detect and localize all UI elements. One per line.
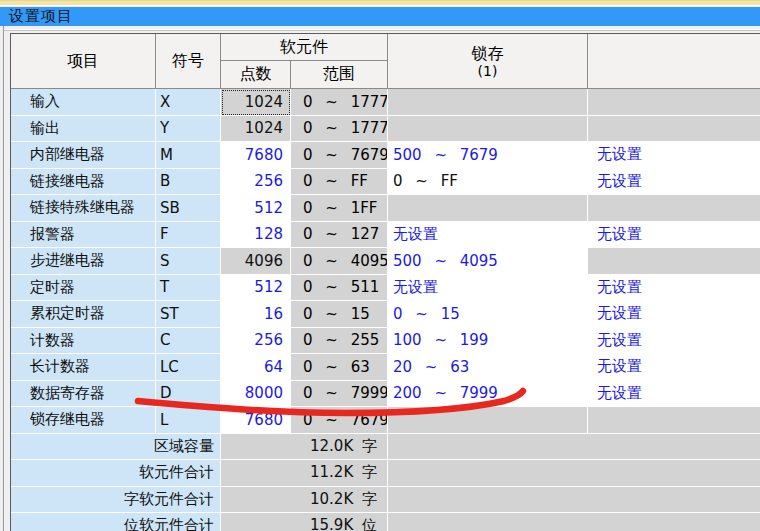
cell-points-T[interactable]: 512 bbox=[221, 275, 291, 302]
cell-extra-X bbox=[588, 89, 760, 116]
cell-symbol-C: C bbox=[156, 328, 221, 355]
summary-row: 软元件合计11.2K 字 bbox=[11, 460, 760, 487]
cell-extra-SB bbox=[588, 195, 760, 222]
cell-latch-B[interactable]: 0 ~ FF bbox=[388, 169, 588, 196]
cell-latch-M[interactable]: 500 ~ 7679 bbox=[388, 142, 588, 169]
settings-grid: 项目 符号 软元件 锁存 (1) 点数 范围 输入X10240 ~ 1777输出… bbox=[11, 34, 760, 531]
cell-latch-C[interactable]: 100 ~ 199 bbox=[388, 328, 588, 355]
cell-points-SB[interactable]: 512 bbox=[221, 195, 291, 222]
col-header-range: 范围 bbox=[291, 61, 388, 89]
cell-points-S: 4096 bbox=[221, 248, 291, 275]
table-row: 链接特殊继电器SB5120 ~ 1FF bbox=[11, 195, 760, 222]
cell-latch-L bbox=[388, 407, 588, 434]
cell-extra-M[interactable]: 无设置 bbox=[588, 142, 760, 169]
cell-latch-Y bbox=[388, 116, 588, 143]
cell-latch-T[interactable]: 无设置 bbox=[388, 275, 588, 302]
col-header-device-group: 软元件 bbox=[221, 34, 388, 61]
table-row: 长计数器LC640 ~ 6320 ~ 63无设置 bbox=[11, 354, 760, 381]
col-header-symbol: 符号 bbox=[156, 34, 221, 89]
summary-value-0: 12.0K 字 bbox=[221, 434, 388, 461]
cell-extra-F[interactable]: 无设置 bbox=[588, 222, 760, 249]
cell-range-T: 0 ~ 511 bbox=[291, 275, 388, 302]
cell-range-X: 0 ~ 1777 bbox=[291, 89, 388, 116]
cell-extra-B[interactable]: 无设置 bbox=[588, 169, 760, 196]
cell-latch-F[interactable]: 无设置 bbox=[388, 222, 588, 249]
cell-range-B: 0 ~ FF bbox=[291, 169, 388, 196]
cell-range-D: 0 ~ 7999 bbox=[291, 381, 388, 408]
table-row: 锁存继电器L76800 ~ 7679 bbox=[11, 407, 760, 434]
cell-points-M[interactable]: 7680 bbox=[221, 142, 291, 169]
col-header-item: 项目 bbox=[11, 34, 156, 89]
divider bbox=[2, 30, 760, 31]
cell-points-X: 1024 bbox=[221, 89, 291, 116]
cell-range-SB: 0 ~ 1FF bbox=[291, 195, 388, 222]
cell-points-D[interactable]: 8000 bbox=[221, 381, 291, 408]
cell-item-X: 输入 bbox=[11, 89, 156, 116]
cell-latch-SB bbox=[388, 195, 588, 222]
cell-extra-T[interactable]: 无设置 bbox=[588, 275, 760, 302]
cell-extra-L bbox=[588, 407, 760, 434]
summary-rest-1 bbox=[388, 460, 760, 487]
cell-symbol-F: F bbox=[156, 222, 221, 249]
cell-item-SB: 链接特殊继电器 bbox=[11, 195, 156, 222]
cell-latch-LC[interactable]: 20 ~ 63 bbox=[388, 354, 588, 381]
cell-item-F: 报警器 bbox=[11, 222, 156, 249]
summary-row: 字软元件合计10.2K 字 bbox=[11, 487, 760, 514]
summary-label-1: 软元件合计 bbox=[11, 460, 221, 487]
cell-points-Y: 1024 bbox=[221, 116, 291, 143]
cell-symbol-L: L bbox=[156, 407, 221, 434]
summary-value-3: 15.9K 位 bbox=[221, 513, 388, 531]
cell-points-L[interactable]: 7680 bbox=[221, 407, 291, 434]
table-row: 输入X10240 ~ 1777 bbox=[11, 89, 760, 116]
cell-item-T: 定时器 bbox=[11, 275, 156, 302]
summary-value-2: 10.2K 字 bbox=[221, 487, 388, 514]
table-row: 链接继电器B2560 ~ FF0 ~ FF无设置 bbox=[11, 169, 760, 196]
window-top-strip bbox=[0, 0, 760, 6]
cell-symbol-ST: ST bbox=[156, 301, 221, 328]
cell-extra-LC[interactable]: 无设置 bbox=[588, 354, 760, 381]
cell-points-F[interactable]: 128 bbox=[221, 222, 291, 249]
cell-range-L: 0 ~ 7679 bbox=[291, 407, 388, 434]
cell-item-LC: 长计数器 bbox=[11, 354, 156, 381]
cell-latch-X bbox=[388, 89, 588, 116]
col-header-latch: 锁存 (1) bbox=[388, 34, 588, 89]
window-left-edge bbox=[2, 26, 4, 531]
cell-range-Y: 0 ~ 1777 bbox=[291, 116, 388, 143]
cell-points-ST[interactable]: 16 bbox=[221, 301, 291, 328]
summary-row: 区域容量12.0K 字 bbox=[11, 434, 760, 461]
cell-symbol-S: S bbox=[156, 248, 221, 275]
col-header-points: 点数 bbox=[221, 61, 291, 89]
cell-range-LC: 0 ~ 63 bbox=[291, 354, 388, 381]
cell-extra-ST[interactable]: 无设置 bbox=[588, 301, 760, 328]
cell-item-B: 链接继电器 bbox=[11, 169, 156, 196]
cell-extra-D[interactable]: 无设置 bbox=[588, 381, 760, 408]
device-rows: 输入X10240 ~ 1777输出Y10240 ~ 1777内部继电器M7680… bbox=[11, 89, 760, 531]
cell-points-LC[interactable]: 64 bbox=[221, 354, 291, 381]
cell-symbol-T: T bbox=[156, 275, 221, 302]
cell-symbol-M: M bbox=[156, 142, 221, 169]
cell-points-B[interactable]: 256 bbox=[221, 169, 291, 196]
dialog-title: 设置项目 bbox=[9, 7, 73, 26]
table-row: 内部继电器M76800 ~ 7679500 ~ 7679无设置 bbox=[11, 142, 760, 169]
cell-latch-ST[interactable]: 0 ~ 15 bbox=[388, 301, 588, 328]
cell-range-ST: 0 ~ 15 bbox=[291, 301, 388, 328]
cell-latch-S[interactable]: 500 ~ 4095 bbox=[388, 248, 588, 275]
summary-value-1: 11.2K 字 bbox=[221, 460, 388, 487]
table-row: 数据寄存器D80000 ~ 7999200 ~ 7999无设置 bbox=[11, 381, 760, 408]
device-settings-table: 项目 符号 软元件 锁存 (1) 点数 范围 输入X10240 ~ 1777输出… bbox=[10, 33, 760, 531]
summary-label-3: 位软元件合计 bbox=[11, 513, 221, 531]
cell-item-ST: 累积定时器 bbox=[11, 301, 156, 328]
cell-symbol-D: D bbox=[156, 381, 221, 408]
cell-extra-C[interactable]: 无设置 bbox=[588, 328, 760, 355]
table-row: 步进继电器S40960 ~ 4095500 ~ 4095 bbox=[11, 248, 760, 275]
table-row: 输出Y10240 ~ 1777 bbox=[11, 116, 760, 143]
summary-row: 位软元件合计15.9K 位 bbox=[11, 513, 760, 531]
col-header-extra bbox=[588, 34, 760, 89]
table-row: 计数器C2560 ~ 255100 ~ 199无设置 bbox=[11, 328, 760, 355]
cell-points-C[interactable]: 256 bbox=[221, 328, 291, 355]
cell-item-D: 数据寄存器 bbox=[11, 381, 156, 408]
dialog-title-bar: 设置项目 bbox=[0, 7, 760, 26]
cell-range-S: 0 ~ 4095 bbox=[291, 248, 388, 275]
cell-latch-D[interactable]: 200 ~ 7999 bbox=[388, 381, 588, 408]
summary-rest-3 bbox=[388, 513, 760, 531]
